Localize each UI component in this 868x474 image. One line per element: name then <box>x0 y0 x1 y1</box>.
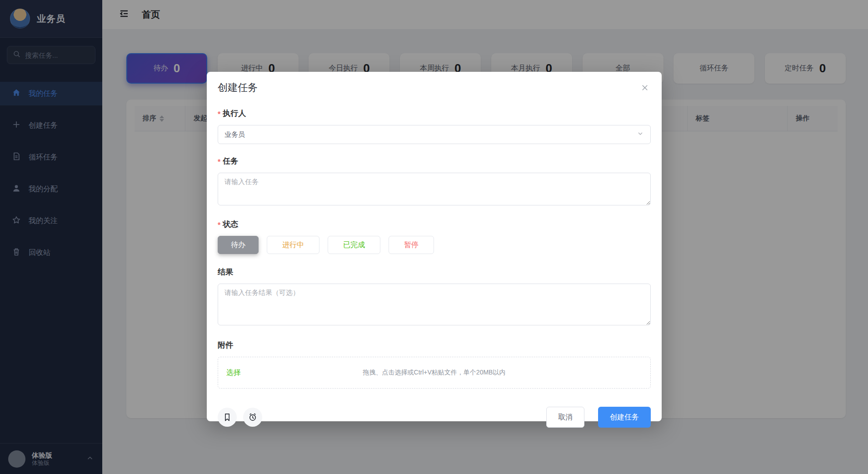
status-option-todo[interactable]: 待办 <box>218 236 259 254</box>
create-label: 创建任务 <box>610 413 639 422</box>
result-label: 结果 <box>218 267 651 277</box>
status-option-paused[interactable]: 暂停 <box>389 236 434 254</box>
bookmark-icon[interactable] <box>218 408 237 427</box>
label-text: 附件 <box>218 340 233 350</box>
chevron-down-icon <box>637 130 644 139</box>
result-textarea[interactable] <box>218 284 651 325</box>
modal-footer: 取消 创建任务 <box>218 407 651 428</box>
label-text: 状态 <box>223 219 238 230</box>
attachment-dropzone[interactable]: 选择 拖拽、点击选择或Ctrl+V粘贴文件，单个20MB以内 <box>218 357 651 389</box>
status-option-label: 已完成 <box>343 240 365 250</box>
status-option-label: 待办 <box>231 240 245 250</box>
attachment-label: 附件 <box>218 340 651 350</box>
task-label: * 任务 <box>218 156 651 166</box>
create-task-modal: 创建任务 * 执行人 业务员 * 任务 * 状态 <box>207 72 662 421</box>
alarm-clock-icon[interactable] <box>243 408 262 427</box>
create-task-button[interactable]: 创建任务 <box>598 407 651 428</box>
modal-title: 创建任务 <box>218 81 651 95</box>
task-textarea[interactable] <box>218 173 651 205</box>
executor-selected-value: 业务员 <box>224 130 245 139</box>
cancel-label: 取消 <box>558 413 573 422</box>
status-option-label: 暂停 <box>404 240 419 250</box>
label-text: 任务 <box>223 156 238 166</box>
status-option-completed[interactable]: 已完成 <box>328 236 380 254</box>
executor-label: * 执行人 <box>218 108 651 119</box>
label-text: 执行人 <box>223 108 246 119</box>
executor-select[interactable]: 业务员 <box>218 125 651 144</box>
cancel-button[interactable]: 取消 <box>546 407 584 428</box>
app-root: 业务员 我的任务 <box>0 0 868 474</box>
attachment-hint: 拖拽、点击选择或Ctrl+V粘贴文件，单个20MB以内 <box>218 369 650 377</box>
required-mark: * <box>218 110 220 119</box>
attachment-select-link[interactable]: 选择 <box>226 368 241 378</box>
status-option-label: 进行中 <box>282 240 304 250</box>
status-option-in-progress[interactable]: 进行中 <box>267 236 319 254</box>
status-button-group: 待办 进行中 已完成 暂停 <box>218 236 651 254</box>
required-mark: * <box>218 158 220 166</box>
status-label: * 状态 <box>218 219 651 230</box>
close-icon[interactable] <box>639 82 651 94</box>
label-text: 结果 <box>218 267 233 277</box>
required-mark: * <box>218 221 220 230</box>
